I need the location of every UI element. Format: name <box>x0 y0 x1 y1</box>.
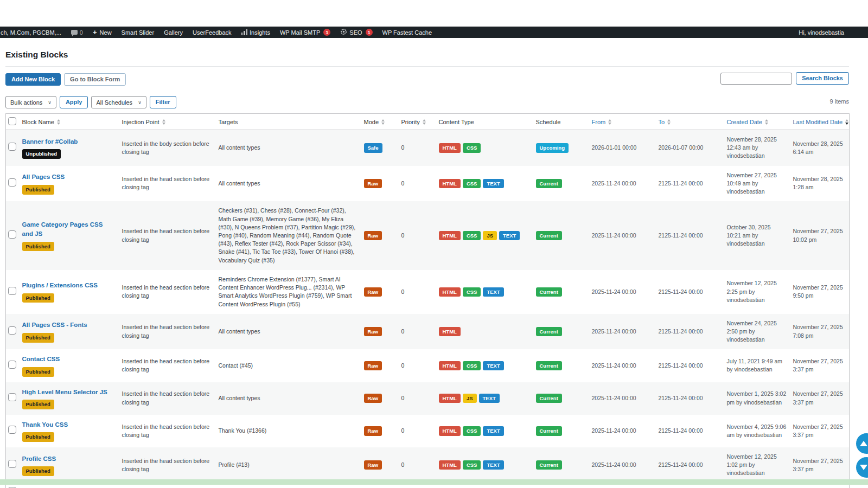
row-checkbox[interactable] <box>8 393 16 401</box>
select-all-checkbox[interactable] <box>8 117 16 125</box>
row-checkbox[interactable] <box>8 287 16 295</box>
current-badge: Current <box>536 179 562 189</box>
from-cell: 2025-11-24 00:00 <box>591 447 658 483</box>
admin-bar-smart-slider[interactable]: Smart Slider <box>117 29 159 36</box>
row-checkbox[interactable] <box>8 326 16 335</box>
text-badge: TEXT <box>499 231 520 241</box>
column-header-mode[interactable]: Mode <box>363 114 400 130</box>
html-badge: HTML <box>439 460 461 470</box>
smtp-label: WP Mail SMTP <box>280 29 320 36</box>
table-header-row: Block NameInjection PointTargetsModePrio… <box>6 114 850 130</box>
row-checkbox[interactable] <box>8 230 16 239</box>
table-row: Banner for #Collab Unpublished Inserted … <box>6 130 850 166</box>
mode-cell: Raw <box>363 382 400 415</box>
bar-chart-icon <box>241 29 248 35</box>
schedules-select[interactable]: All Schedules ∨ <box>91 96 146 108</box>
block-name-link[interactable]: All Pages CSS <box>22 172 65 182</box>
apply-button[interactable]: Apply <box>60 96 88 108</box>
column-header-priority[interactable]: Priority <box>400 114 438 130</box>
title-divider <box>5 66 849 67</box>
targets-cell: All content types <box>218 166 363 202</box>
row-checkbox-cell <box>6 270 21 314</box>
column-header-schedule: Schedule <box>535 114 591 130</box>
raw-badge: Raw <box>364 179 382 189</box>
block-name-link[interactable]: Profile CSS <box>22 454 56 464</box>
block-name-link[interactable]: Contact CSS <box>22 355 60 364</box>
row-checkbox-cell <box>6 201 21 270</box>
schedule-cell: Upcoming <box>535 130 591 166</box>
admin-bar-insights[interactable]: Insights <box>237 29 275 36</box>
from-cell: 2025-11-24 00:00 <box>591 314 658 350</box>
row-checkbox[interactable] <box>8 361 16 369</box>
column-header-to[interactable]: To <box>658 114 726 130</box>
block-name-link[interactable]: Thank You CSS <box>22 420 68 429</box>
search-blocks-button[interactable]: Search Blocks <box>796 72 849 85</box>
schedule-cell: Current <box>535 314 591 350</box>
row-checkbox-cell <box>6 447 21 483</box>
admin-bar-comments[interactable]: 0 <box>66 29 88 36</box>
admin-bar-userfeedback[interactable]: UserFeedback <box>188 29 237 36</box>
injection-point-cell: Inserted in the head section before clos… <box>121 201 218 270</box>
chevron-down-icon: ∨ <box>138 100 142 105</box>
admin-bar-gallery[interactable]: Gallery <box>159 29 188 36</box>
targets-cell: Checkers (#31), Chess (#28), Connect-Fou… <box>218 201 363 270</box>
row-checkbox[interactable] <box>8 178 16 187</box>
block-name-link[interactable]: All Pages CSS - Fonts <box>22 320 87 330</box>
targets-cell: All content types <box>218 130 363 166</box>
created-date-cell: July 11, 2021 9:49 am by vinodsebastian <box>726 349 792 382</box>
add-new-block-button[interactable]: Add New Block <box>5 73 61 86</box>
text-badge: TEXT <box>483 179 503 189</box>
targets-cell: Reminders Chrome Extension (#1377), Smar… <box>218 270 363 314</box>
wp-admin-bar: ch, M.Com, PGCBM,... 0 + New Smart Slide… <box>0 27 868 38</box>
admin-bar-wp-mail-smtp[interactable]: WP Mail SMTP 1 <box>275 29 335 36</box>
table-row: Plugins / Extensions CSS Published Inser… <box>6 270 850 314</box>
admin-bar-site-menu[interactable]: ch, M.Com, PGCBM,... <box>0 29 66 36</box>
targets-cell: Contact (#45) <box>218 349 363 382</box>
text-badge: TEXT <box>479 394 500 403</box>
block-name-link[interactable]: Game Category Pages CSS and JS <box>22 220 116 238</box>
row-checkbox[interactable] <box>8 143 16 151</box>
row-checkbox[interactable] <box>8 460 16 468</box>
admin-bar-wp-fastest-cache[interactable]: WP Fastest Cache <box>378 29 437 36</box>
arrow-up-icon <box>860 441 867 446</box>
content-type-badges: HTMLJSTEXT <box>439 394 500 403</box>
block-name-link[interactable]: High Level Menu Selector JS <box>22 388 107 397</box>
targets-cell: Thank You (#1366) <box>218 415 363 447</box>
admin-bar-new[interactable]: + New <box>88 29 117 36</box>
block-name-cell: Contact CSS Published <box>21 349 121 382</box>
current-badge: Current <box>536 426 562 436</box>
column-header-last-modified-date[interactable]: Last Modified Date <box>792 114 850 130</box>
go-to-block-form-button[interactable]: Go to Block Form <box>64 73 126 86</box>
search-input[interactable] <box>720 73 792 85</box>
admin-bar-account[interactable]: Hi, vinodsebastia <box>794 29 849 36</box>
mode-cell: Safe <box>363 130 400 166</box>
content-type-badges: HTMLCSSTEXT <box>439 460 504 470</box>
mode-cell: Raw <box>363 349 400 382</box>
status-badge: Published <box>22 400 54 409</box>
row-checkbox[interactable] <box>8 426 16 434</box>
greeting-label: Hi, vinodsebastia <box>799 29 844 36</box>
column-header-from[interactable]: From <box>591 114 658 130</box>
sort-arrows-icon <box>845 119 848 125</box>
seo-label: SEO <box>349 29 362 36</box>
arrow-down-icon <box>860 465 867 470</box>
footer-notice-strip <box>0 479 868 485</box>
page-canvas: ch, M.Com, PGCBM,... 0 + New Smart Slide… <box>0 0 868 488</box>
table-row: Game Category Pages CSS and JS Published… <box>6 201 850 270</box>
plus-icon: + <box>93 29 97 36</box>
column-header-created-date[interactable]: Created Date <box>726 114 792 130</box>
block-name-link[interactable]: Banner for #Collab <box>22 137 78 146</box>
column-header-injection-point[interactable]: Injection Point <box>121 114 218 130</box>
block-name-cell: High Level Menu Selector JS Published <box>21 382 121 415</box>
filter-button[interactable]: Filter <box>150 96 176 108</box>
column-header-content-type: Content Type <box>438 114 535 130</box>
status-badge: Published <box>22 185 54 195</box>
last-modified-cell: November 28, 2025 6:14 am <box>792 130 850 166</box>
column-header-block-name[interactable]: Block Name <box>21 114 121 130</box>
content-type-badges: HTMLCSSTEXT <box>439 426 504 436</box>
block-name-link[interactable]: Plugins / Extensions CSS <box>22 281 98 290</box>
upcoming-badge: Upcoming <box>536 143 569 153</box>
admin-bar-seo[interactable]: SEO 1 <box>335 28 377 36</box>
raw-badge: Raw <box>364 460 382 470</box>
bulk-actions-select[interactable]: Bulk actions ∨ <box>5 96 56 108</box>
